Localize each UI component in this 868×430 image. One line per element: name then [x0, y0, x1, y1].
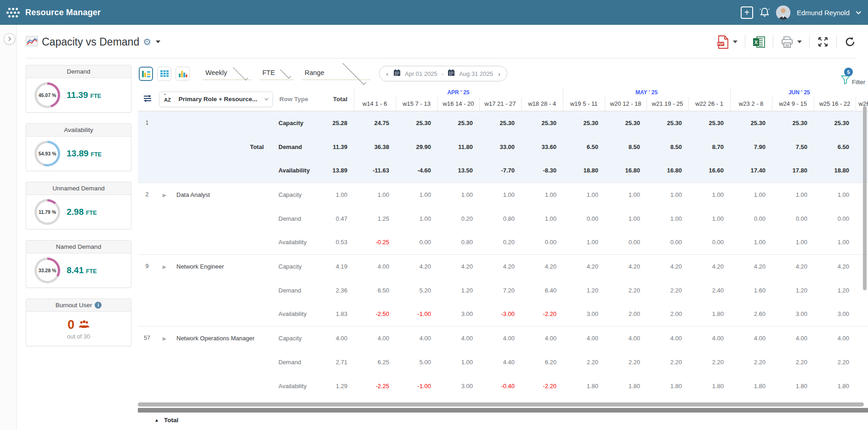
unnamed-demand-card: Unnamed Demand 11.79 % 2.98FTE	[26, 182, 131, 229]
settings-gear-icon[interactable]: ⚙	[143, 37, 151, 46]
value-cell: 11.80	[437, 135, 479, 159]
expand-all-icon[interactable]	[142, 94, 154, 104]
print-button[interactable]	[781, 36, 802, 48]
value-cell: 4.20	[814, 254, 856, 278]
grid-toolbar: Weekly FTE Range ‹ Apr 01 2025 -	[138, 65, 868, 88]
value-cell: 6.40	[521, 278, 563, 302]
burnout-count: 0	[68, 318, 74, 332]
svg-text:PDF: PDF	[718, 42, 724, 46]
row-number: 1	[138, 111, 156, 183]
refresh-button[interactable]	[844, 36, 856, 48]
expand-panel-button[interactable]	[4, 33, 15, 45]
value-cell: 25.30	[479, 111, 521, 135]
value-cell: 2.36	[320, 278, 354, 302]
previous-range-button[interactable]: ‹	[385, 70, 389, 78]
value-cell: 4.20	[688, 254, 730, 278]
value-cell: 4.00	[320, 326, 354, 350]
value-cell: 6.50	[563, 135, 605, 159]
group-by-select[interactable]: AˆZ Primary Role + Resource...	[159, 92, 273, 107]
unit-select[interactable]: FTE	[260, 67, 294, 80]
range-type-select[interactable]: Range	[302, 67, 371, 80]
value-cell: 1.00	[814, 183, 856, 206]
row-type-cell: Capacity	[272, 326, 320, 350]
row-type-cell: Demand	[272, 350, 320, 374]
week-header: w15 7 - 13	[396, 97, 437, 111]
divider	[809, 35, 810, 49]
value-cell: -2.25	[354, 374, 396, 398]
value-cell: 1.00	[605, 206, 647, 230]
expand-row-icon[interactable]: ▶	[163, 264, 166, 269]
value-cell: 25.30	[605, 111, 647, 135]
value-cell: 5.00	[396, 350, 437, 374]
grid-view-button[interactable]	[157, 67, 171, 81]
row-type-cell: Capacity	[272, 111, 320, 135]
user-avatar[interactable]	[776, 6, 790, 20]
value-cell: -2.20	[521, 374, 563, 398]
card-title: Unnamed Demand	[26, 182, 131, 195]
notifications-bell-icon[interactable]	[760, 7, 770, 18]
chevron-down-icon	[280, 68, 291, 79]
user-menu-chevron-icon[interactable]	[856, 9, 861, 14]
value-cell: 4.40	[479, 350, 521, 374]
value-cell: 2.20	[647, 350, 688, 374]
export-excel-button[interactable]: X	[753, 36, 766, 48]
date-separator: -	[442, 70, 443, 77]
value-cell: 4.00	[354, 326, 396, 350]
date-end[interactable]: Aug 31 2025	[459, 70, 493, 77]
value-cell: 3.00	[437, 374, 479, 398]
expand-row-icon[interactable]: ▶	[163, 192, 166, 198]
row-type-column-header: Row Type	[273, 96, 321, 103]
clipped-cell	[856, 374, 868, 398]
row-type-cell: Availability	[272, 374, 320, 398]
value-cell: 36.38	[354, 135, 396, 159]
value-cell: 4.00	[354, 254, 396, 278]
chevron-down-icon	[342, 61, 366, 85]
grid-row: 57▶Network Operations ManagerCapacity4.0…	[138, 326, 868, 350]
value-cell: 4.20	[605, 254, 647, 278]
value-cell: 3.00	[437, 302, 479, 326]
export-pdf-button[interactable]: PDF	[717, 35, 738, 49]
value-cell: 25.30	[730, 111, 772, 135]
pdf-options-chevron-icon[interactable]	[733, 40, 738, 43]
period-select[interactable]: Weekly	[203, 67, 251, 80]
expand-row-icon[interactable]: ▶	[163, 336, 166, 341]
collapse-footer-icon[interactable]: ▲	[154, 418, 159, 423]
value-cell: 4.00	[563, 326, 605, 350]
value-cell: 7.90	[730, 135, 772, 159]
value-cell: -4.60	[396, 159, 437, 183]
card-title: Availability	[26, 124, 131, 137]
value-cell: 1.00	[647, 183, 688, 206]
combo-view-button[interactable]	[139, 67, 153, 81]
add-button[interactable]: +	[741, 6, 753, 19]
next-range-button[interactable]: ›	[497, 70, 501, 78]
value-cell: -1.00	[396, 374, 437, 398]
week-header: w22 26 - 1	[688, 97, 730, 111]
filter-button[interactable]: 5 Filter	[840, 69, 865, 87]
expand-cell: ▶	[156, 326, 173, 398]
app-launcher-icon[interactable]	[6, 8, 20, 17]
chart-view-button[interactable]	[176, 67, 190, 81]
fullscreen-button[interactable]	[817, 36, 829, 48]
clipped-cell	[856, 326, 868, 350]
settings-chevron-icon[interactable]	[156, 40, 160, 43]
value-cell: 0.00	[772, 206, 814, 230]
horizontal-scrollbar[interactable]	[138, 402, 864, 407]
value-cell: 1.80	[814, 374, 856, 398]
horizontal-scrollbar-outer[interactable]	[138, 408, 868, 413]
group-name: Total	[173, 111, 272, 183]
vertical-scrollbar[interactable]	[863, 106, 867, 290]
print-options-chevron-icon[interactable]	[797, 40, 802, 43]
week-header: w19 5 - 11	[563, 97, 605, 111]
date-start[interactable]: Apr 01 2025	[405, 70, 437, 77]
row-type-cell: Availability	[272, 302, 320, 326]
value-cell: 4.00	[730, 326, 772, 350]
value-cell: 1.00	[605, 183, 647, 206]
value-cell: 0.00	[647, 230, 688, 254]
row-type-cell: Demand	[272, 206, 320, 230]
info-icon[interactable]: i	[95, 302, 102, 309]
total-column-header: Total	[321, 96, 353, 103]
week-header: w21 19 - 25	[647, 97, 688, 111]
row-type-cell: Demand	[272, 278, 320, 302]
expand-cell: ▶	[156, 183, 173, 254]
value-cell: 4.00	[688, 326, 730, 350]
